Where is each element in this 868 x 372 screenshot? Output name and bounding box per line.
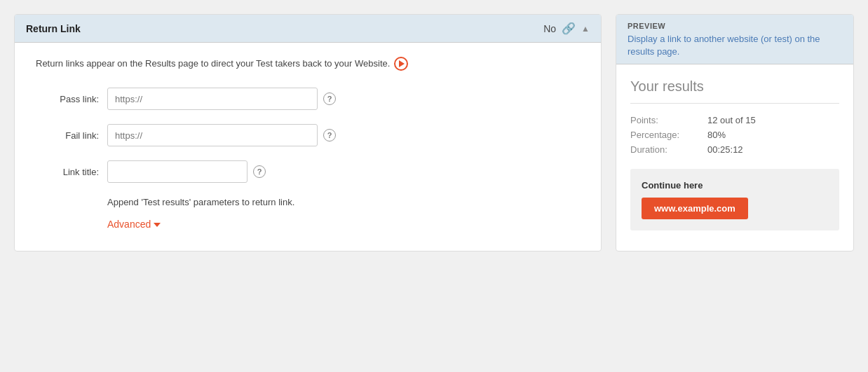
continue-button[interactable]: www.example.com	[642, 198, 748, 219]
link-title-row: Link title: ?	[36, 160, 580, 183]
header-value: No	[543, 23, 556, 34]
preview-body: Your results Points: 12 out of 15 Percen…	[616, 64, 853, 244]
play-icon[interactable]	[394, 57, 408, 71]
pass-link-label: Pass link:	[36, 94, 99, 104]
link-icon[interactable]: 🔗	[562, 22, 576, 35]
advanced-label[interactable]: Advanced	[107, 219, 151, 230]
results-key: Duration:	[630, 144, 707, 155]
preview-description: Display a link to another website (or te…	[628, 33, 842, 58]
right-panel: PREVIEW Display a link to another websit…	[616, 14, 854, 252]
description-body: Return links appear on the Results page …	[36, 57, 390, 71]
results-val: 00:25:12	[707, 144, 743, 155]
link-title-input[interactable]	[107, 160, 247, 183]
chevron-down-icon[interactable]	[154, 223, 161, 227]
results-key: Percentage:	[630, 130, 707, 140]
pass-link-row: Pass link: ?	[36, 88, 580, 110]
description-text: Return links appear on the Results page …	[36, 57, 580, 71]
continue-title: Continue here	[642, 180, 828, 191]
results-val: 12 out of 15	[707, 115, 756, 125]
results-val: 80%	[707, 130, 726, 140]
fail-link-input[interactable]	[107, 124, 318, 146]
fail-link-help-icon[interactable]: ?	[323, 129, 336, 142]
pass-link-input[interactable]	[107, 88, 318, 110]
left-panel: Return Link No 🔗 ▲ Return links appear o…	[14, 14, 602, 252]
link-title-label: Link title:	[36, 167, 99, 177]
fail-link-row: Fail link: ?	[36, 124, 580, 146]
pass-link-help-icon[interactable]: ?	[323, 92, 336, 105]
fail-link-label: Fail link:	[36, 130, 99, 141]
results-row: Points: 12 out of 15	[630, 115, 839, 125]
header-row: Return Link No 🔗 ▲	[15, 15, 601, 43]
continue-box: Continue here www.example.com	[630, 169, 839, 230]
main-container: Return Link No 🔗 ▲ Return links appear o…	[14, 14, 854, 252]
preview-label: PREVIEW	[628, 22, 842, 30]
results-row: Percentage: 80%	[630, 130, 839, 140]
preview-header: PREVIEW Display a link to another websit…	[616, 15, 853, 64]
header-controls: No 🔗 ▲	[543, 22, 590, 35]
append-text: Append 'Test results' parameters to retu…	[107, 197, 580, 207]
content-area: Return links appear on the Results page …	[15, 43, 601, 251]
results-table: Points: 12 out of 15 Percentage: 80% Dur…	[630, 115, 839, 155]
collapse-icon[interactable]: ▲	[581, 24, 590, 34]
link-title-help-icon[interactable]: ?	[253, 165, 266, 178]
results-key: Points:	[630, 115, 707, 125]
advanced-row[interactable]: Advanced	[107, 219, 580, 230]
results-title: Your results	[630, 78, 839, 104]
header-title: Return Link	[26, 23, 81, 34]
results-row: Duration: 00:25:12	[630, 144, 839, 155]
